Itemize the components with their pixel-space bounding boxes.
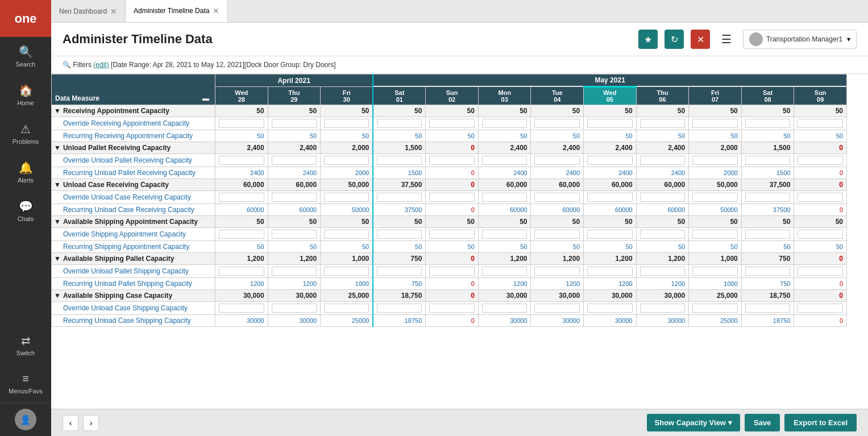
override-input[interactable] [640, 230, 686, 239]
override-input-cell[interactable] [531, 265, 584, 278]
override-label[interactable]: Override Unload Pallet Receiving Capacit… [52, 154, 215, 167]
override-input[interactable] [798, 119, 843, 128]
override-input[interactable] [798, 267, 843, 276]
collapse-icon[interactable]: ▼ [54, 144, 61, 152]
override-input[interactable] [640, 267, 686, 276]
override-input[interactable] [745, 304, 791, 313]
override-input-cell[interactable] [478, 302, 531, 315]
override-input[interactable] [219, 230, 264, 239]
override-input-cell[interactable] [689, 302, 742, 315]
override-input-cell[interactable] [426, 228, 479, 241]
override-input-cell[interactable] [478, 228, 531, 241]
override-input-cell[interactable] [321, 191, 373, 204]
override-input[interactable] [377, 267, 422, 276]
prev-button[interactable]: ‹ [63, 415, 78, 431]
recurring-label[interactable]: Recurring Unload Pallet Receiving Capaci… [52, 167, 215, 179]
override-input[interactable] [324, 304, 369, 313]
override-input[interactable] [272, 304, 317, 313]
sidebar-item-menus[interactable]: ≡ Menus/Favs [0, 364, 51, 402]
override-input[interactable] [219, 119, 264, 128]
override-input[interactable] [324, 193, 369, 202]
recurring-label[interactable]: Recurring Unload Pallet Shipping Capacit… [52, 278, 215, 290]
override-input[interactable] [482, 304, 528, 313]
sidebar-item-problems[interactable]: ⚠ Problems [0, 114, 51, 153]
override-input-cell[interactable] [531, 302, 584, 315]
override-input[interactable] [429, 193, 475, 202]
override-input[interactable] [587, 156, 633, 165]
override-input-cell[interactable] [268, 154, 321, 167]
override-input-cell[interactable] [478, 265, 531, 278]
favorite-button[interactable]: ★ [638, 30, 658, 49]
override-input-cell[interactable] [478, 117, 531, 130]
override-input[interactable] [534, 230, 580, 239]
override-input-cell[interactable] [321, 154, 373, 167]
recurring-label[interactable]: Recurring Receiving Appointment Capacity [52, 130, 215, 142]
override-input-cell[interactable] [636, 117, 689, 130]
override-input[interactable] [324, 156, 369, 165]
override-input-cell[interactable] [584, 265, 637, 278]
override-input-cell[interactable] [531, 228, 584, 241]
override-input[interactable] [745, 193, 791, 202]
override-input-cell[interactable] [321, 117, 373, 130]
override-label[interactable]: Override Shipping Appointment Capacity [52, 228, 215, 241]
override-input-cell[interactable] [321, 302, 373, 315]
collapse-icon[interactable]: ▼ [54, 292, 61, 300]
collapse-icon[interactable]: ▼ [54, 181, 61, 189]
override-input[interactable] [692, 119, 738, 128]
override-input-cell[interactable] [794, 191, 847, 204]
override-input[interactable] [587, 119, 633, 128]
override-input-cell[interactable] [373, 265, 426, 278]
override-input-cell[interactable] [426, 302, 479, 315]
override-input[interactable] [377, 230, 422, 239]
override-label[interactable]: Override Unload Case Receiving Capacity [52, 191, 215, 204]
override-input-cell[interactable] [689, 228, 742, 241]
override-input-cell[interactable] [689, 117, 742, 130]
sidebar-item-search[interactable]: 🔍 Search [0, 37, 51, 76]
override-input[interactable] [640, 119, 686, 128]
override-input-cell[interactable] [478, 191, 531, 204]
sidebar-item-chats[interactable]: 💬 Chats [0, 192, 51, 230]
next-button[interactable]: › [83, 415, 99, 431]
recurring-label[interactable]: Recurring Unload Case Receiving Capacity [52, 204, 215, 216]
override-input-cell[interactable] [636, 154, 689, 167]
override-input-cell[interactable] [321, 265, 373, 278]
override-input[interactable] [429, 267, 475, 276]
override-input-cell[interactable] [689, 154, 742, 167]
app-logo[interactable]: one [0, 0, 51, 37]
override-input[interactable] [272, 156, 317, 165]
override-input[interactable] [482, 267, 528, 276]
override-input-cell[interactable] [636, 191, 689, 204]
override-input-cell[interactable] [531, 191, 584, 204]
override-input[interactable] [587, 304, 633, 313]
collapse-icon[interactable]: ▼ [54, 255, 61, 263]
override-input-cell[interactable] [794, 117, 847, 130]
override-input[interactable] [798, 156, 843, 165]
override-input[interactable] [324, 119, 369, 128]
override-input-cell[interactable] [478, 154, 531, 167]
override-label[interactable]: Override Unload Pallet Shipping Capacity [52, 265, 215, 278]
override-input[interactable] [482, 193, 528, 202]
override-input-cell[interactable] [741, 228, 794, 241]
override-input[interactable] [640, 304, 686, 313]
close-button[interactable]: ✕ [691, 30, 710, 49]
override-input[interactable] [377, 156, 422, 165]
override-input[interactable] [377, 193, 422, 202]
tab-administer-timeline[interactable]: Administer Timeline Data ✕ [126, 0, 228, 22]
override-input[interactable] [798, 304, 843, 313]
override-input-cell[interactable] [636, 265, 689, 278]
override-input[interactable] [324, 267, 369, 276]
menu-button[interactable]: ☰ [717, 32, 736, 46]
override-input[interactable] [429, 304, 475, 313]
save-button[interactable]: Save [745, 414, 780, 431]
override-input[interactable] [798, 193, 843, 202]
override-input-cell[interactable] [584, 154, 637, 167]
override-input-cell[interactable] [636, 228, 689, 241]
data-table-container[interactable]: ▬ Data Measure April 2021 May 2021 Wed28… [51, 74, 868, 409]
sidebar-item-switch[interactable]: ⇄ Switch [0, 326, 51, 364]
override-input[interactable] [377, 119, 422, 128]
override-input-cell[interactable] [741, 154, 794, 167]
override-input[interactable] [534, 156, 580, 165]
override-input[interactable] [272, 193, 317, 202]
override-input-cell[interactable] [531, 154, 584, 167]
override-input-cell[interactable] [636, 302, 689, 315]
